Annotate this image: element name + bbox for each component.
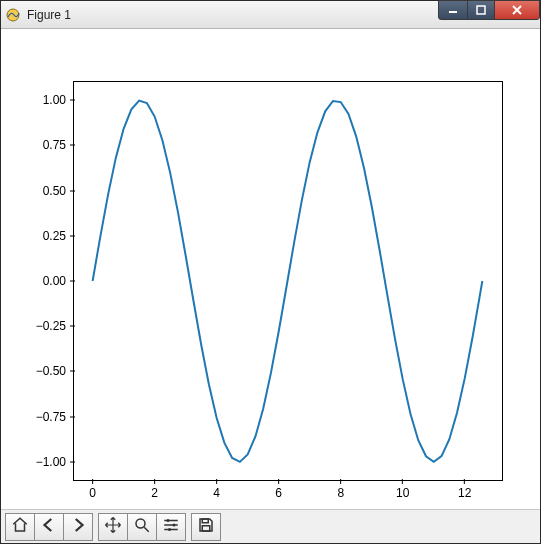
svg-rect-14 [202, 525, 210, 530]
home-button[interactable] [5, 513, 35, 541]
arrow-right-icon [69, 516, 87, 538]
back-button[interactable] [34, 513, 64, 541]
window-title: Figure 1 [27, 8, 71, 22]
close-button[interactable] [494, 0, 540, 20]
y-tick-label: −1.00 [36, 455, 74, 469]
navigation-toolbar [1, 509, 540, 543]
axes: −1.00−0.75−0.50−0.250.000.250.500.751.00… [73, 81, 503, 481]
svg-point-12 [168, 528, 171, 531]
svg-point-5 [136, 519, 145, 528]
x-tick-label: 8 [337, 480, 344, 500]
zoom-button[interactable] [127, 513, 157, 541]
pan-button[interactable] [98, 513, 128, 541]
sliders-icon [162, 516, 180, 538]
x-tick-label: 0 [89, 480, 96, 500]
save-icon [197, 516, 215, 538]
y-tick-label: 0.25 [43, 229, 74, 243]
svg-point-11 [173, 523, 176, 526]
forward-button[interactable] [63, 513, 93, 541]
svg-rect-2 [477, 6, 485, 14]
y-tick-label: 0.75 [43, 138, 74, 152]
y-tick-label: 0.00 [43, 274, 74, 288]
x-tick-label: 2 [151, 480, 158, 500]
y-tick-label: 0.50 [43, 184, 74, 198]
x-tick-label: 4 [213, 480, 220, 500]
app-icon [5, 7, 21, 23]
line-series [74, 82, 502, 480]
home-icon [11, 516, 29, 538]
y-tick-label: 1.00 [43, 93, 74, 107]
x-tick-label: 10 [396, 480, 409, 500]
x-tick-label: 6 [275, 480, 282, 500]
move-icon [104, 516, 122, 538]
plot-canvas: −1.00−0.75−0.50−0.250.000.250.500.751.00… [1, 29, 540, 509]
zoom-icon [133, 516, 151, 538]
minimize-button[interactable] [438, 0, 468, 20]
y-tick-label: −0.75 [36, 410, 74, 424]
svg-point-10 [167, 519, 170, 522]
save-button[interactable] [191, 513, 221, 541]
x-tick-label: 12 [458, 480, 471, 500]
arrow-left-icon [40, 516, 58, 538]
maximize-button[interactable] [467, 0, 495, 20]
svg-line-6 [144, 527, 149, 532]
y-tick-label: −0.50 [36, 364, 74, 378]
figure-window: Figure 1 −1.00−0.75−0.50−0.250.000.250.5… [0, 0, 541, 544]
svg-rect-13 [202, 519, 208, 523]
configure-button[interactable] [156, 513, 186, 541]
titlebar[interactable]: Figure 1 [1, 1, 540, 29]
window-buttons [439, 0, 540, 20]
y-tick-label: −0.25 [36, 319, 74, 333]
